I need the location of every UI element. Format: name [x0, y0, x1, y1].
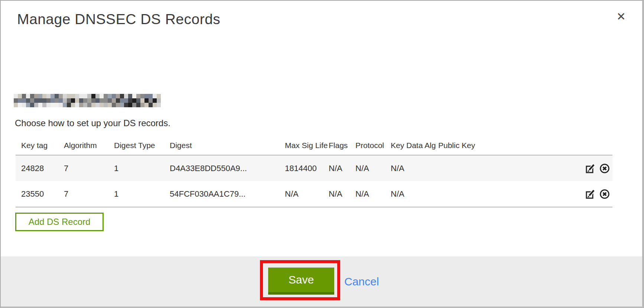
col-header-max-sig-life: Max Sig Life	[285, 138, 329, 155]
edit-record-button[interactable]	[585, 163, 596, 174]
ds-records-table: Key tag Algorithm Digest Type Digest Max…	[16, 138, 612, 207]
cell-algorithm: 7	[64, 155, 114, 181]
delete-icon	[599, 170, 610, 175]
edit-icon	[585, 195, 596, 201]
cell-digest-type: 1	[114, 155, 170, 181]
cell-protocol: N/A	[355, 155, 391, 181]
col-header-public-key: Public Key	[438, 138, 487, 155]
cell-max-sig-life: N/A	[285, 181, 329, 207]
col-header-algorithm: Algorithm	[64, 138, 114, 155]
save-button[interactable]: Save	[268, 268, 334, 295]
close-icon[interactable]: ✕	[615, 10, 627, 24]
cell-max-sig-life: 1814400	[285, 155, 329, 181]
cell-digest: 54FCF030AA1C79...	[170, 181, 285, 207]
table-header-row: Key tag Algorithm Digest Type Digest Max…	[16, 138, 612, 155]
cell-protocol: N/A	[355, 181, 391, 207]
delete-icon	[599, 195, 610, 201]
cell-public-key	[438, 155, 487, 181]
manage-dnssec-modal: Manage DNSSEC DS Records ✕ Choose how to…	[0, 0, 644, 308]
delete-record-button[interactable]	[599, 163, 610, 174]
cell-flags: N/A	[329, 155, 355, 181]
cell-digest-type: 1	[114, 181, 170, 207]
cell-key-tag: 23550	[16, 181, 64, 207]
add-ds-record-button[interactable]: Add DS Record	[15, 213, 104, 231]
cell-key-data-alg: N/A	[391, 155, 438, 181]
col-header-actions	[487, 138, 612, 155]
delete-record-button[interactable]	[599, 189, 610, 200]
table-row: 24828 7 1 D4A33E8DD550A9... 1814400 N/A …	[16, 155, 612, 181]
edit-record-button[interactable]	[585, 189, 596, 200]
cancel-link[interactable]: Cancel	[344, 275, 379, 288]
table-row: 23550 7 1 54FCF030AA1C79... N/A N/A N/A …	[16, 181, 612, 207]
redacted-domain	[14, 94, 161, 107]
cell-key-data-alg: N/A	[391, 181, 438, 207]
col-header-digest-type: Digest Type	[114, 138, 170, 155]
instruction-text: Choose how to set up your DS records.	[15, 118, 170, 128]
cell-public-key	[438, 181, 487, 207]
modal-footer: Save Cancel	[1, 256, 642, 307]
page-title: Manage DNSSEC DS Records	[17, 11, 220, 27]
col-header-digest: Digest	[170, 138, 285, 155]
col-header-key-tag: Key tag	[16, 138, 64, 155]
col-header-key-data-alg: Key Data Alg	[391, 138, 438, 155]
cell-key-tag: 24828	[16, 155, 64, 181]
cell-flags: N/A	[329, 181, 355, 207]
col-header-flags: Flags	[329, 138, 355, 155]
col-header-protocol: Protocol	[355, 138, 391, 155]
edit-icon	[585, 170, 596, 175]
cell-digest: D4A33E8DD550A9...	[170, 155, 285, 181]
cell-algorithm: 7	[64, 181, 114, 207]
